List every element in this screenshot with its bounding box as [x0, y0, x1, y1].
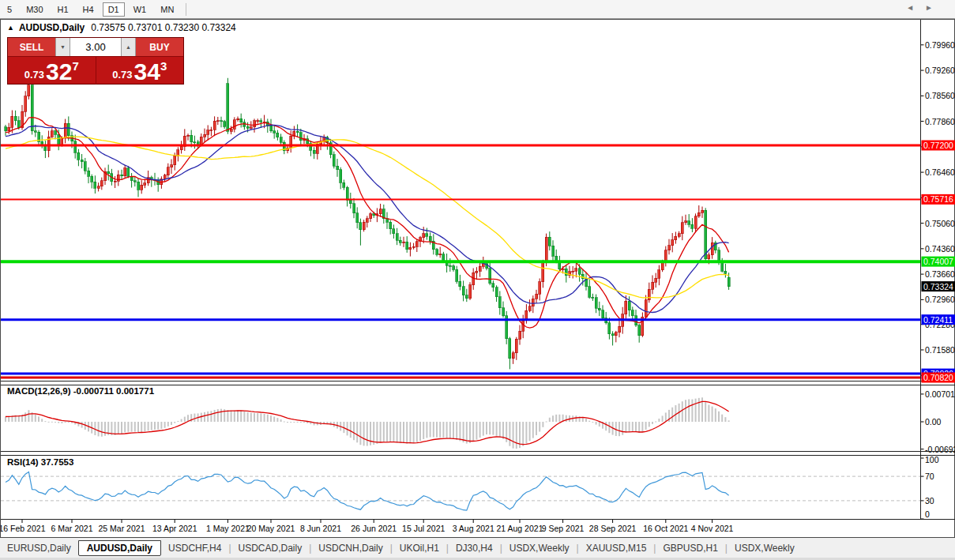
candle-body [536, 294, 538, 299]
macd-histogram-bar [303, 422, 305, 423]
macd-histogram-bar [715, 408, 716, 422]
macd-histogram-bar [48, 422, 50, 423]
candle-body [17, 121, 20, 128]
chart-tab-bar: EURUSD,DailyAUDUSD,DailyUSDCHF,H4|USDCAD… [0, 539, 955, 558]
candle-body [8, 127, 10, 130]
candle-body [548, 237, 551, 246]
buy-button[interactable]: BUY [136, 38, 183, 56]
date-axis-label: 1 May 2021 [206, 524, 250, 533]
macd-histogram-bar [665, 412, 667, 422]
candle-body [525, 310, 528, 319]
candle-body [353, 204, 355, 213]
sell-price-display[interactable]: 0.73 32 7 [8, 57, 96, 85]
chart-tab-usdcnh-daily[interactable]: USDCNH,Daily [311, 540, 389, 556]
macd-histogram-bar [662, 415, 664, 422]
volume-input[interactable]: 3.00 [70, 38, 121, 56]
macd-histogram-bar [476, 422, 477, 440]
rsi-axis-label: 30 [925, 496, 934, 506]
chart-tab-usdcad-daily[interactable]: USDCAD,Daily [231, 540, 310, 556]
chart-tab-eurusd-daily[interactable]: EURUSD,Daily [0, 540, 78, 556]
sell-button[interactable]: SELL [8, 38, 55, 56]
timeframe-button-mn[interactable]: MN [155, 2, 179, 17]
candle-body [167, 167, 169, 175]
candle-body [578, 269, 581, 275]
sell-price-sup: 7 [72, 59, 78, 73]
volume-decrease-button[interactable]: ▼ [55, 38, 70, 56]
level-price-label: 0.74007 [923, 257, 953, 266]
candle-body [61, 138, 63, 145]
candle-body [409, 247, 412, 250]
candle-body [237, 118, 239, 119]
candle-body [107, 171, 110, 174]
timeframe-button-5[interactable]: 5 [2, 2, 17, 17]
macd-histogram-bar [359, 422, 361, 445]
macd-histogram-bar [625, 422, 626, 433]
candle-body [64, 123, 66, 138]
chart-tab-usdx-weekly[interactable]: USDX,Weekly [502, 540, 577, 556]
buy-price-display[interactable]: 0.73 34 3 [96, 57, 184, 85]
macd-histogram-bar [287, 422, 288, 423]
date-axis-label: 4 Nov 2021 [691, 524, 734, 533]
candle-body [442, 254, 445, 261]
timeframe-button-h1[interactable]: H1 [52, 2, 74, 17]
chart-tab-usdchf-h4[interactable]: USDCHF,H4 [161, 540, 228, 556]
candle-body [708, 255, 710, 259]
chart-tab-xauusd-m15[interactable]: XAUUSD,M15 [579, 540, 654, 556]
date-axis-label: 26 Jun 2021 [351, 524, 397, 533]
macd-histogram-bar [44, 421, 46, 422]
candle-body [602, 310, 604, 318]
candle-body [28, 85, 30, 96]
candle-body [100, 181, 103, 186]
rsi-axis-label: 100 [925, 455, 939, 464]
candle-body [11, 116, 13, 127]
chart-tab-audusd-daily[interactable]: AUDUSD,Daily [78, 540, 161, 556]
chart-ohlc-header: ▲ AUDUSD,Daily 0.73575 0.73701 0.73230 0… [7, 21, 236, 34]
candle-body [728, 277, 730, 287]
macd-histogram-bar [472, 422, 474, 442]
candle-body [114, 181, 116, 182]
candle-body [498, 297, 501, 308]
candle-body [668, 246, 671, 250]
chart-tab-usdx-weekly[interactable]: USDX,Weekly [728, 540, 802, 556]
level-price-label: 0.77200 [923, 141, 953, 150]
macd-histogram-bar [160, 422, 162, 429]
timeframe-button-m30[interactable]: M30 [21, 2, 48, 17]
macd-histogram-bar [118, 422, 119, 434]
candle-body [615, 333, 617, 336]
macd-histogram-bar [419, 422, 421, 441]
price-axis-tick-label: 0.72960 [925, 295, 955, 304]
date-axis-label: 3 Aug 2021 [453, 524, 494, 533]
timeframe-button-d1[interactable]: D1 [103, 2, 125, 17]
macd-histogram-bar [353, 422, 355, 440]
timeframe-button-w1[interactable]: W1 [128, 2, 152, 17]
date-axis-label: 13 Apr 2021 [152, 524, 197, 533]
candle-body [456, 269, 458, 281]
candle-body [273, 131, 276, 133]
candle-body [333, 155, 335, 167]
candle-body [200, 137, 202, 145]
price-chart-canvas[interactable]: 0.799600.792600.785600.778600.771600.764… [1, 20, 955, 538]
macd-histogram-bar [592, 422, 593, 423]
macd-histogram-bar [618, 422, 620, 436]
chart-tab-ukoil-h1[interactable]: UKOil,H1 [393, 540, 446, 556]
candle-body [415, 242, 418, 247]
rsi-line [6, 472, 729, 511]
tab-scroll-arrows[interactable]: ◄► [906, 3, 944, 12]
macd-histogram-bar [542, 422, 543, 427]
candle-body [701, 210, 704, 212]
timeframe-button-h4[interactable]: H4 [77, 2, 100, 17]
price-axis-tick-label: 0.73660 [925, 269, 955, 279]
collapse-panel-icon[interactable]: ▲ [7, 24, 14, 32]
chart-tab-dj30-h4[interactable]: DJ30,H4 [449, 540, 500, 556]
chart-tab-gbpusd-h1[interactable]: GBPUSD,H1 [656, 540, 724, 556]
candle-body [539, 282, 541, 295]
macd-histogram-bar [539, 422, 540, 432]
macd-histogram-bar [629, 422, 630, 432]
candle-body [366, 219, 368, 223]
candle-body [370, 214, 372, 219]
candle-body [711, 242, 713, 254]
candle-body [545, 237, 547, 262]
price-axis-tick-label: 0.71580 [925, 345, 955, 355]
volume-increase-button[interactable]: ▲ [121, 38, 136, 56]
macd-histogram-bar [137, 422, 139, 432]
